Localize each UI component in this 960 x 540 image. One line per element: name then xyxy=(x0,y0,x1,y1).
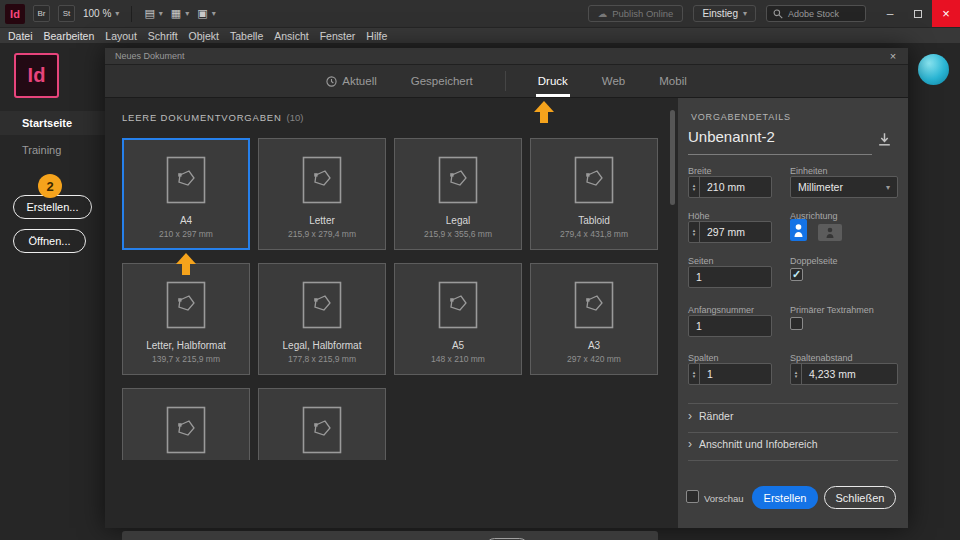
stepper-arrows[interactable]: ▴ ▾ xyxy=(689,177,700,197)
preset-grid: A4 210 x 297 mm Letter 215,9 x 279,4 mm … xyxy=(105,98,668,460)
create-document-button[interactable]: Erstellen xyxy=(752,486,818,509)
menu-item-objekt[interactable]: Objekt xyxy=(189,30,219,42)
preset-card-legal-halbformat[interactable]: Legal, Halbformat 177,8 x 215,9 mm xyxy=(258,263,386,375)
gutter-stepper[interactable]: ▴ ▾ 4,233 mm xyxy=(790,363,898,385)
preset-card-letter[interactable]: Letter 215,9 x 279,4 mm xyxy=(258,138,386,250)
preset-card-tabloid[interactable]: Tabloid 279,4 x 431,8 mm xyxy=(530,138,658,250)
menu-item-layout[interactable]: Layout xyxy=(105,30,137,42)
units-value: Millimeter xyxy=(798,181,843,193)
minimize-button[interactable]: – xyxy=(876,0,904,27)
units-label: Einheiten xyxy=(790,166,828,176)
close-button[interactable]: × xyxy=(932,0,960,27)
bleed-label: Anschnitt und Infobereich xyxy=(699,438,818,450)
stock-app-icon[interactable]: St xyxy=(58,5,75,22)
menu-item-bearbeiten[interactable]: Bearbeiten xyxy=(44,30,95,42)
facing-pages-checkbox[interactable]: ✓ xyxy=(790,268,803,281)
preset-details-panel: VORGABENDETAILS Unbenannt-2 Breite ▴ ▾ 2… xyxy=(678,98,908,528)
tab-gespeichert[interactable]: Gespeichert xyxy=(409,65,475,97)
zoom-level-dropdown[interactable]: 100 % ▾ xyxy=(83,8,119,19)
stepper-arrows[interactable]: ▴ ▾ xyxy=(689,222,700,242)
screen-mode-dropdown[interactable]: ▦ ▾ xyxy=(171,7,189,20)
tab-mobil[interactable]: Mobil xyxy=(657,65,688,97)
width-stepper[interactable]: ▴ ▾ 210 mm xyxy=(688,176,772,198)
bleed-expander[interactable]: › Anschnitt und Infobereich xyxy=(688,437,818,451)
pages-label: Seiten xyxy=(688,256,714,266)
menu-bar: Datei Bearbeiten Layout Schrift Objekt T… xyxy=(0,27,960,43)
primary-text-frame-checkbox[interactable] xyxy=(790,317,803,330)
creative-cloud-avatar[interactable] xyxy=(918,54,949,85)
gutter-value: 4,233 mm xyxy=(802,368,856,380)
arrange-documents-dropdown[interactable]: ▣ ▾ xyxy=(197,7,215,20)
gutter-label: Spaltenabstand xyxy=(790,353,853,363)
preview-checkbox[interactable] xyxy=(686,490,699,503)
dialog-titlebar: Neues Dokument × xyxy=(105,48,908,65)
start-number-label: Anfangsnummer xyxy=(688,305,754,315)
sidebar-item-training[interactable]: Training xyxy=(0,138,105,162)
create-button[interactable]: Erstellen... xyxy=(13,195,92,219)
height-stepper[interactable]: ▴ ▾ 297 mm xyxy=(688,221,772,243)
stepper-arrows[interactable]: ▴ ▾ xyxy=(689,364,700,384)
spin-down-icon: ▾ xyxy=(795,374,798,379)
open-button[interactable]: Öffnen... xyxy=(13,229,86,253)
a4-preset-annotation-arrow xyxy=(176,253,196,275)
preset-card[interactable] xyxy=(258,388,386,460)
menu-item-ansicht[interactable]: Ansicht xyxy=(274,30,308,42)
adobe-stock-search-input[interactable]: Adobe Stock xyxy=(766,5,866,22)
tab-label: Druck xyxy=(538,75,568,87)
save-preset-icon[interactable] xyxy=(876,131,893,148)
zoom-level-value: 100 % xyxy=(83,8,111,19)
tab-label: Aktuell xyxy=(342,75,377,87)
preset-card-letter-halbformat[interactable]: Letter, Halbformat 139,7 x 215,9 mm xyxy=(122,263,250,375)
maximize-icon xyxy=(914,10,922,18)
columns-value: 1 xyxy=(700,368,713,380)
sidebar-item-label: Startseite xyxy=(22,117,72,129)
preset-card-a5[interactable]: A5 148 x 210 mm xyxy=(394,263,522,375)
document-preset-icon xyxy=(302,281,342,329)
orientation-portrait-icon[interactable] xyxy=(790,219,807,241)
stock-template-search-bar[interactable]: Weitere Vorlagen auf Adobe Stock suchen … xyxy=(122,531,658,540)
section-divider xyxy=(688,403,898,404)
menu-item-fenster[interactable]: Fenster xyxy=(320,30,356,42)
publish-online-button[interactable]: ☁ Publish Online xyxy=(588,5,684,22)
preset-card-legal[interactable]: Legal 215,9 x 355,6 mm xyxy=(394,138,522,250)
menu-item-tabelle[interactable]: Tabelle xyxy=(230,30,263,42)
preset-card-a3[interactable]: A3 297 x 420 mm xyxy=(530,263,658,375)
app-titlebar: Id Br St 100 % ▾ ▤ ▾ ▦ ▾ ▣ ▾ ☁ Publish O… xyxy=(0,0,960,27)
document-preset-icon xyxy=(438,281,478,329)
sidebar-item-startseite[interactable]: Startseite xyxy=(0,111,105,135)
dialog-title: Neues Dokument xyxy=(115,51,185,61)
maximize-button[interactable] xyxy=(904,0,932,27)
scrollbar-thumb[interactable] xyxy=(670,110,675,205)
document-name-input[interactable]: Unbenannt-2 xyxy=(688,128,872,155)
adobe-stock-search-placeholder: Adobe Stock xyxy=(788,9,839,19)
view-options-dropdown[interactable]: ▤ ▾ xyxy=(144,7,162,20)
workspace-dropdown[interactable]: Einstieg ▾ xyxy=(693,5,756,22)
orientation-landscape-icon[interactable] xyxy=(818,224,842,241)
tab-web[interactable]: Web xyxy=(600,65,627,97)
start-number-value: 1 xyxy=(689,320,702,332)
columns-stepper[interactable]: ▴ ▾ 1 xyxy=(688,363,772,385)
sidebar-item-label: Training xyxy=(22,144,61,156)
margins-expander[interactable]: › Ränder xyxy=(688,409,733,423)
dialog-close-icon[interactable]: × xyxy=(886,50,900,62)
start-number-input[interactable]: 1 xyxy=(688,315,772,337)
menu-item-datei[interactable]: Datei xyxy=(8,30,33,42)
stepper-arrows[interactable]: ▴ ▾ xyxy=(791,364,802,384)
bridge-icon[interactable]: Br xyxy=(33,5,50,22)
preset-size: 215,9 x 355,6 mm xyxy=(424,229,492,239)
pages-input[interactable]: 1 xyxy=(688,266,772,288)
units-dropdown[interactable]: Millimeter ▾ xyxy=(790,176,898,198)
preset-size: 139,7 x 215,9 mm xyxy=(152,354,220,364)
close-dialog-button[interactable]: Schließen xyxy=(824,486,896,509)
preset-card[interactable] xyxy=(122,388,250,460)
tab-druck[interactable]: Druck xyxy=(536,65,570,97)
menu-item-schrift[interactable]: Schrift xyxy=(148,30,178,42)
chevron-right-icon: › xyxy=(688,409,692,423)
preset-name: A4 xyxy=(180,215,192,226)
dialog-tabbar: Aktuell Gespeichert Druck Web Mobil xyxy=(105,65,908,98)
menu-item-hilfe[interactable]: Hilfe xyxy=(366,30,387,42)
tab-aktuell[interactable]: Aktuell xyxy=(324,65,379,97)
document-preset-icon xyxy=(574,156,614,204)
cloud-upload-icon: ☁ xyxy=(598,8,608,19)
preset-card-a4[interactable]: A4 210 x 297 mm xyxy=(122,138,250,250)
